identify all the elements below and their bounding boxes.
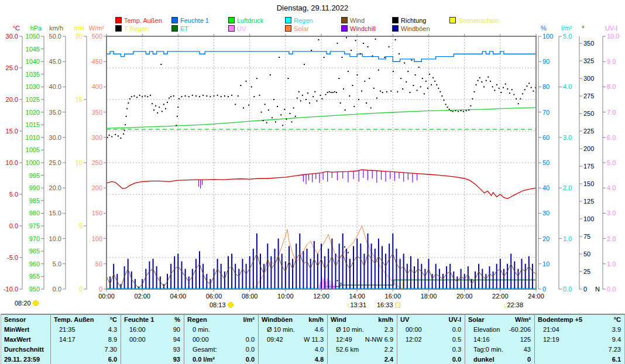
axis-tick-label: 2.0 [607,235,616,242]
series-richtung-dot [195,95,197,97]
axis-tick-label: 10.0 [607,33,619,40]
axis-tick-label: 225 [583,128,594,135]
col-header-unit: UV-I [449,315,461,325]
summary-table: SensorMinWertMaxWertDurchschnitt29.11. 2… [1,314,625,364]
axis-tick-label: 100 [542,33,553,40]
axis-tick-label: 10.0 [6,159,18,166]
series-richtung-dot [125,124,126,125]
table-col-feuchte-1: Feuchte 1%16:009000:00949393 [121,315,184,364]
series-richtung-dot [520,98,521,99]
series-richtung-dot [145,95,146,97]
cell-value: 0.0 [452,355,461,364]
axis-tick-label: 0.0 [9,222,18,229]
axis-tick-label: 325 [583,57,594,64]
cell-label [400,345,406,355]
series-richtung-dot [295,116,296,117]
cell-label [331,355,336,364]
axis-tick-label: 50 [95,260,102,267]
cell-label [124,345,129,355]
series-richtung-dot [390,91,392,92]
series-richtung-dot [432,77,434,78]
series-richtung-dot [136,97,138,98]
col-header-name: Wind [331,315,346,325]
axis-tick-label: 4.0 [563,83,572,90]
series-richtung-dot [500,92,502,93]
axis-tick-label: 1.0 [563,235,572,242]
series-richtung-dot [399,53,400,54]
axis-tick-label: 1000 [26,159,40,166]
series-richtung-dot [177,107,178,108]
series-richtung-dot [438,88,439,89]
cell-value: 2.2 [384,345,393,355]
marker-moonrise: ↑13:31 [346,301,366,310]
series-richtung-dot [386,91,387,92]
marker-time: 13:31 [351,301,367,308]
series-richtung-dot [139,95,140,96]
series-richtung-dot [243,107,244,108]
x-tick-label: 14:00 [349,293,365,300]
col-header-unit: °C [110,315,117,325]
series-richtung-dot [352,85,353,86]
series-richtung-dot [206,95,207,97]
series-richtung-dot [342,57,343,58]
series-richtung-dot [526,85,527,87]
series-richtung-dot [404,63,405,64]
series-richtung-dot [341,283,342,284]
series-richtung-dot [169,98,170,99]
table-col-bodentemp-5: Bodentemp +5°C21:043.912:199.47.236.1 [535,315,624,364]
series-richtung-dot [305,99,307,100]
cell-value: 6.1 [612,355,621,364]
cell-value: 125 [520,335,531,345]
col-header-unit: km/h [308,315,324,325]
marker-moonset: ↓22:38 [503,301,523,310]
series-richtung-dot [123,133,124,135]
series-richtung-dot [273,99,274,100]
series-richtung-dot [238,95,239,97]
series-richtung-dot [142,96,143,97]
axis-tick-label: 80 [542,83,550,90]
col-header-name: Bodentemp +5 [538,315,582,325]
series-richtung-dot [314,91,315,92]
axis-tick-label: 200 [583,145,594,152]
cell-label: 21:35 [54,325,75,335]
series-richtung-dot [368,46,369,47]
x-tick-label: 18:00 [421,293,437,300]
series-richtung-dot [343,88,344,90]
series-richtung-dot [124,130,125,131]
series-richtung-dot [353,106,355,107]
series-richtung-dot [478,80,479,81]
axis-tick-label: 5 [79,222,83,229]
series-richtung-dot [481,81,482,83]
series-richtung-dot [163,104,164,105]
cell-label [400,355,406,364]
series-richtung-dot [376,98,377,99]
series-richtung-dot [266,122,267,123]
series-richtung-dot [357,74,358,75]
axis-tick-label: 30.0 [6,33,18,40]
cell-value: 6.0 [108,355,117,364]
cell-value: 7.23 [609,345,621,355]
series-richtung-dot [311,50,312,51]
x-tick-label: 02:00 [134,293,150,300]
series-richtung-dot [307,92,308,94]
cell-value: 4.6 [315,325,324,335]
series-richtung-dot [447,107,448,108]
series-richtung-dot [499,88,500,89]
series-richtung-dot [160,64,162,65]
series-richtung-dot [531,87,532,88]
cell-value: 9.4 [612,335,621,345]
axis-tick-label: 70 [542,109,550,116]
series-richtung-dot [192,95,193,96]
series-richtung-dot [325,94,327,95]
series-richtung-dot [228,96,229,97]
series-richtung-dot [293,107,294,108]
series-richtung-dot [425,81,427,82]
series-richtung-dot [167,102,168,103]
series-richtung-dot [358,99,359,100]
series-richtung-dot [263,120,264,121]
axis-tick-label: 5.0 [53,260,61,267]
axis-tick-label: 50.0 [49,33,61,40]
cell-label: Gesamt: [187,345,217,355]
series-richtung-dot [422,78,423,79]
series-richtung-dot [221,96,222,97]
